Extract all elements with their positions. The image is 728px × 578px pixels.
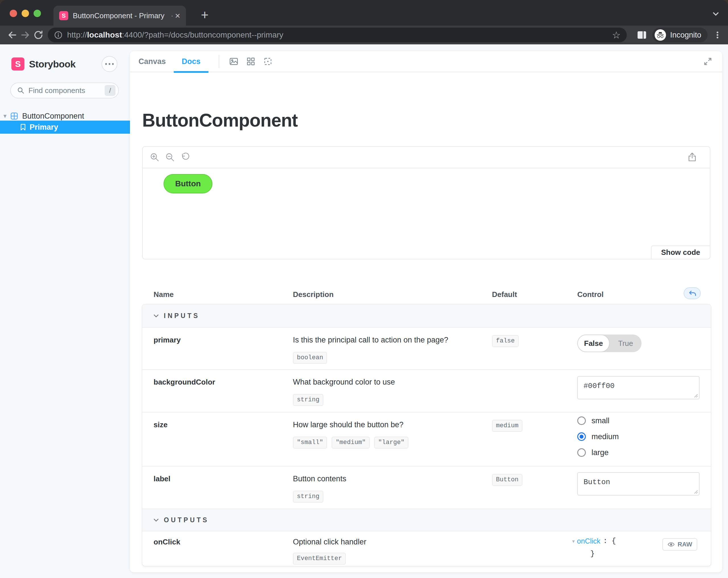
arg-control: Button <box>577 467 711 509</box>
zoom-out-icon[interactable] <box>165 152 175 162</box>
argstable: INPUTS primary Is this the principal cal… <box>142 304 711 566</box>
storybook-logo-icon: S <box>11 57 24 71</box>
section-outputs[interactable]: OUTPUTS <box>142 509 711 531</box>
radio-label: small <box>592 417 609 425</box>
storybook-sidebar: S Storybook / ▾ ButtonComponent Pri <box>0 44 130 578</box>
expander-caret-icon[interactable]: ▾ <box>3 112 9 120</box>
table-row-primary: primary Is this the principal call to ac… <box>142 327 711 369</box>
raw-label: RAW <box>678 541 692 548</box>
browser-window: S ButtonComponent - Primary · × + http:/… <box>0 0 728 578</box>
eye-icon <box>668 541 675 548</box>
radio-label: medium <box>592 432 619 441</box>
sidebar-item-primary-selected[interactable]: Primary <box>0 121 130 134</box>
address-bar[interactable]: http://localhost:4400/?path=/docs/button… <box>48 28 627 42</box>
background-toolbar-icon[interactable] <box>229 57 239 66</box>
table-row-onclick: onClick Optional click handler EventEmit… <box>142 531 711 566</box>
arg-description: What background color to use string <box>293 370 492 412</box>
header-control: Control <box>577 290 603 299</box>
boolean-toggle[interactable]: False True <box>577 334 642 352</box>
browser-tab[interactable]: S ButtonComponent - Primary · × <box>53 6 186 26</box>
story-label: Primary <box>30 123 58 132</box>
reset-zoom-icon[interactable] <box>180 152 190 162</box>
default-chip: medium <box>492 420 522 432</box>
label-input[interactable]: Button <box>577 472 700 496</box>
grid-toolbar-icon[interactable] <box>246 57 256 66</box>
toggle-false-option[interactable]: False <box>577 334 610 352</box>
resize-handle-icon[interactable] <box>694 394 698 398</box>
tab-title: ButtonComponent - Primary <box>73 11 170 20</box>
tab-docs[interactable]: Docs <box>182 57 201 66</box>
brand-title: Storybook <box>29 58 76 70</box>
minimize-window-button[interactable] <box>22 10 29 17</box>
section-inputs[interactable]: INPUTS <box>142 304 711 327</box>
browser-menu-icon[interactable] <box>713 30 722 40</box>
zoom-toolbar <box>143 147 710 168</box>
chevron-down-icon <box>153 312 159 319</box>
arg-description: How large should the button be? "small" … <box>293 412 492 466</box>
zoom-in-icon[interactable] <box>150 152 160 162</box>
raw-toggle-button[interactable]: RAW <box>662 538 697 551</box>
rendered-story-button[interactable]: Button <box>163 174 212 194</box>
json-expander-caret-icon[interactable]: ▾ <box>572 538 575 545</box>
arg-name: size <box>142 412 293 466</box>
section-inputs-label: INPUTS <box>164 312 200 320</box>
arg-default: false <box>492 328 577 369</box>
radio-option-small[interactable]: small <box>577 413 711 429</box>
type-chip: "large" <box>374 437 408 449</box>
section-outputs-label: OUTPUTS <box>164 516 209 524</box>
zoom-window-button[interactable] <box>33 10 41 17</box>
search-shortcut-badge: / <box>105 85 115 96</box>
tab-search-chevron-icon[interactable] <box>711 10 720 19</box>
search-input[interactable] <box>28 86 105 95</box>
toggle-true-option[interactable]: True <box>610 334 642 352</box>
tab-separator-dot: · <box>171 11 174 20</box>
default-chip: false <box>492 335 519 347</box>
radio-icon[interactable] <box>577 448 586 457</box>
arg-control: False True <box>577 328 711 369</box>
browser-tab-strip: S ButtonComponent - Primary · × + <box>0 0 728 26</box>
forward-icon[interactable] <box>19 28 32 42</box>
arg-control: small medium large <box>577 412 711 466</box>
reload-icon[interactable] <box>32 28 45 42</box>
arg-name: onClick <box>142 531 293 566</box>
side-panel-icon[interactable] <box>637 31 647 39</box>
window-controls <box>10 10 41 17</box>
new-tab-button[interactable]: + <box>197 7 213 23</box>
arg-default <box>492 370 577 412</box>
arg-name: primary <box>142 328 293 369</box>
close-window-button[interactable] <box>10 10 17 17</box>
tab-close-icon[interactable]: × <box>175 11 180 20</box>
sidebar-menu-button[interactable] <box>102 56 118 72</box>
show-code-button[interactable]: Show code <box>651 246 710 259</box>
type-chip: string <box>293 394 323 406</box>
site-info-icon[interactable] <box>54 31 62 39</box>
fullscreen-icon[interactable] <box>703 57 712 67</box>
radio-icon-checked[interactable] <box>577 432 586 441</box>
share-story-icon[interactable] <box>687 152 697 163</box>
incognito-label: Incognito <box>670 31 701 40</box>
reset-controls-button[interactable] <box>684 287 701 299</box>
back-icon[interactable] <box>6 28 19 42</box>
undo-icon <box>687 289 697 298</box>
resize-handle-icon[interactable] <box>694 489 698 494</box>
table-row-label: label Button contents string Button Butt… <box>142 466 711 509</box>
argstable-header: Name Description Default Control <box>142 287 711 303</box>
type-chip: boolean <box>293 352 327 364</box>
type-chip: EventEmitter <box>293 553 346 564</box>
measure-toolbar-icon[interactable] <box>263 57 273 66</box>
radio-option-large[interactable]: large <box>577 445 711 460</box>
search-box[interactable]: / <box>10 82 119 98</box>
search-icon <box>17 87 24 94</box>
tab-canvas[interactable]: Canvas <box>138 57 166 66</box>
type-chip: "small" <box>293 437 327 449</box>
radio-option-medium[interactable]: medium <box>577 429 711 445</box>
url-text: http://localhost:4400/?path=/docs/button… <box>67 30 608 40</box>
radio-label: large <box>592 448 608 457</box>
arg-default: medium <box>492 412 577 466</box>
bookmark-icon <box>20 123 26 131</box>
onclick-event-link[interactable]: onClick <box>577 537 600 545</box>
browser-toolbar: http://localhost:4400/?path=/docs/button… <box>0 26 728 44</box>
backgroundcolor-input[interactable]: #00ff00 <box>577 376 700 399</box>
bookmark-star-icon[interactable]: ☆ <box>612 29 621 41</box>
radio-icon[interactable] <box>577 417 586 425</box>
